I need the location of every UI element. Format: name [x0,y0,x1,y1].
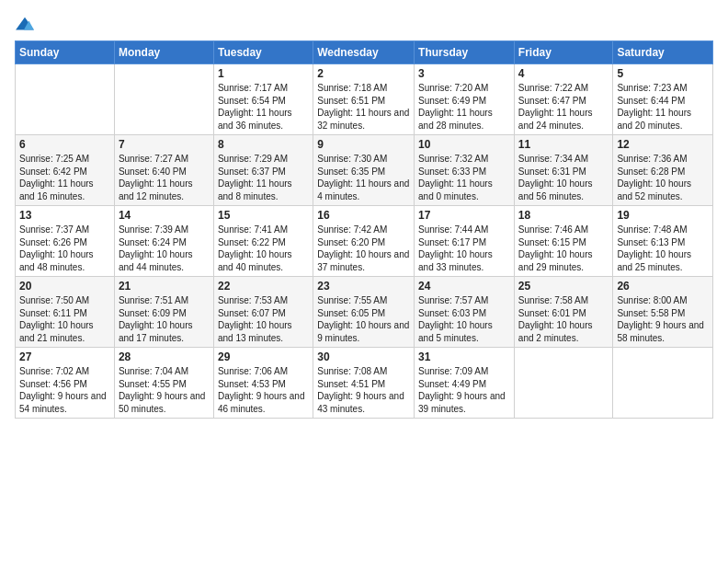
weekday-friday: Friday [514,41,613,64]
calendar-cell [514,348,613,419]
calendar-cell: 26Sunrise: 8:00 AM Sunset: 5:58 PM Dayli… [613,277,713,348]
calendar-cell: 19Sunrise: 7:48 AM Sunset: 6:13 PM Dayli… [613,206,713,277]
logo-icon [15,15,35,35]
cell-text: Sunrise: 7:29 AM Sunset: 6:37 PM Dayligh… [218,153,309,202]
cell-text: Sunrise: 7:02 AM Sunset: 4:56 PM Dayligh… [19,365,110,415]
day-number: 15 [218,209,309,222]
cell-text: Sunrise: 7:20 AM Sunset: 6:49 PM Dayligh… [418,82,510,132]
calendar-cell: 13Sunrise: 7:37 AM Sunset: 6:26 PM Dayli… [16,206,115,277]
calendar-cell [613,348,713,419]
cell-text: Sunrise: 7:36 AM Sunset: 6:28 PM Dayligh… [617,153,709,202]
week-row-4: 27Sunrise: 7:02 AM Sunset: 4:56 PM Dayli… [16,348,713,419]
day-number: 5 [617,67,709,80]
week-row-1: 6Sunrise: 7:25 AM Sunset: 6:42 PM Daylig… [16,135,713,206]
weekday-wednesday: Wednesday [313,41,415,64]
calendar-cell: 20Sunrise: 7:50 AM Sunset: 6:11 PM Dayli… [16,277,115,348]
calendar-cell: 22Sunrise: 7:53 AM Sunset: 6:07 PM Dayli… [213,277,313,348]
calendar: SundayMondayTuesdayWednesdayThursdayFrid… [15,40,713,419]
cell-text: Sunrise: 7:30 AM Sunset: 6:35 PM Dayligh… [317,153,410,202]
day-number: 9 [317,138,410,151]
cell-text: Sunrise: 7:22 AM Sunset: 6:47 PM Dayligh… [518,82,609,132]
day-number: 2 [317,67,410,80]
cell-text: Sunrise: 7:41 AM Sunset: 6:22 PM Dayligh… [218,224,309,273]
day-number: 21 [119,280,210,293]
day-number: 24 [418,280,510,293]
day-number: 19 [617,209,709,222]
day-number: 11 [518,138,609,151]
cell-text: Sunrise: 7:48 AM Sunset: 6:13 PM Dayligh… [617,224,709,273]
week-row-2: 13Sunrise: 7:37 AM Sunset: 6:26 PM Dayli… [16,206,713,277]
day-number: 23 [317,280,410,293]
calendar-cell: 10Sunrise: 7:32 AM Sunset: 6:33 PM Dayli… [415,135,515,206]
header [15,9,713,35]
weekday-monday: Monday [114,41,213,64]
calendar-cell: 18Sunrise: 7:46 AM Sunset: 6:15 PM Dayli… [514,206,613,277]
day-number: 6 [19,138,110,151]
calendar-body: 1Sunrise: 7:17 AM Sunset: 6:54 PM Daylig… [16,64,713,419]
cell-text: Sunrise: 7:17 AM Sunset: 6:54 PM Dayligh… [218,82,309,132]
cell-text: Sunrise: 7:44 AM Sunset: 6:17 PM Dayligh… [418,224,510,273]
cell-text: Sunrise: 7:39 AM Sunset: 6:24 PM Dayligh… [119,224,210,273]
cell-text: Sunrise: 7:32 AM Sunset: 6:33 PM Dayligh… [418,153,510,202]
cell-text: Sunrise: 7:55 AM Sunset: 6:05 PM Dayligh… [317,294,410,344]
week-row-3: 20Sunrise: 7:50 AM Sunset: 6:11 PM Dayli… [16,277,713,348]
calendar-cell: 24Sunrise: 7:57 AM Sunset: 6:03 PM Dayli… [415,277,515,348]
calendar-cell: 16Sunrise: 7:42 AM Sunset: 6:20 PM Dayli… [313,206,415,277]
cell-text: Sunrise: 7:50 AM Sunset: 6:11 PM Dayligh… [19,294,110,344]
weekday-tuesday: Tuesday [213,41,313,64]
calendar-cell: 7Sunrise: 7:27 AM Sunset: 6:40 PM Daylig… [114,135,213,206]
calendar-cell: 29Sunrise: 7:06 AM Sunset: 4:53 PM Dayli… [213,348,313,419]
calendar-cell: 6Sunrise: 7:25 AM Sunset: 6:42 PM Daylig… [16,135,115,206]
day-number: 29 [218,350,309,363]
day-number: 30 [317,350,410,363]
cell-text: Sunrise: 7:37 AM Sunset: 6:26 PM Dayligh… [19,224,110,273]
calendar-cell: 30Sunrise: 7:08 AM Sunset: 4:51 PM Dayli… [313,348,415,419]
cell-text: Sunrise: 7:25 AM Sunset: 6:42 PM Dayligh… [19,153,110,202]
calendar-cell [114,64,213,135]
calendar-cell [16,64,115,135]
day-number: 20 [19,280,110,293]
calendar-cell: 28Sunrise: 7:04 AM Sunset: 4:55 PM Dayli… [114,348,213,419]
day-number: 4 [518,67,609,80]
calendar-cell: 23Sunrise: 7:55 AM Sunset: 6:05 PM Dayli… [313,277,415,348]
weekday-sunday: Sunday [16,41,115,64]
cell-text: Sunrise: 7:42 AM Sunset: 6:20 PM Dayligh… [317,224,410,273]
day-number: 16 [317,209,410,222]
calendar-cell: 15Sunrise: 7:41 AM Sunset: 6:22 PM Dayli… [213,206,313,277]
logo [15,15,39,35]
cell-text: Sunrise: 7:23 AM Sunset: 6:44 PM Dayligh… [617,82,709,132]
cell-text: Sunrise: 7:58 AM Sunset: 6:01 PM Dayligh… [518,294,609,344]
cell-text: Sunrise: 7:53 AM Sunset: 6:07 PM Dayligh… [218,294,309,344]
cell-text: Sunrise: 7:51 AM Sunset: 6:09 PM Dayligh… [119,294,210,344]
calendar-cell: 2Sunrise: 7:18 AM Sunset: 6:51 PM Daylig… [313,64,415,135]
calendar-cell: 5Sunrise: 7:23 AM Sunset: 6:44 PM Daylig… [613,64,713,135]
cell-text: Sunrise: 8:00 AM Sunset: 5:58 PM Dayligh… [617,294,709,344]
cell-text: Sunrise: 7:18 AM Sunset: 6:51 PM Dayligh… [317,82,410,132]
week-row-0: 1Sunrise: 7:17 AM Sunset: 6:54 PM Daylig… [16,64,713,135]
day-number: 13 [19,209,110,222]
calendar-cell: 12Sunrise: 7:36 AM Sunset: 6:28 PM Dayli… [613,135,713,206]
cell-text: Sunrise: 7:04 AM Sunset: 4:55 PM Dayligh… [119,365,210,415]
day-number: 10 [418,138,510,151]
day-number: 26 [617,280,709,293]
cell-text: Sunrise: 7:57 AM Sunset: 6:03 PM Dayligh… [418,294,510,344]
day-number: 12 [617,138,709,151]
calendar-cell: 1Sunrise: 7:17 AM Sunset: 6:54 PM Daylig… [213,64,313,135]
page: SundayMondayTuesdayWednesdayThursdayFrid… [0,0,728,563]
cell-text: Sunrise: 7:09 AM Sunset: 4:49 PM Dayligh… [418,365,510,415]
cell-text: Sunrise: 7:06 AM Sunset: 4:53 PM Dayligh… [218,365,309,415]
day-number: 31 [418,350,510,363]
cell-text: Sunrise: 7:08 AM Sunset: 4:51 PM Dayligh… [317,365,410,415]
calendar-cell: 11Sunrise: 7:34 AM Sunset: 6:31 PM Dayli… [514,135,613,206]
weekday-thursday: Thursday [415,41,515,64]
cell-text: Sunrise: 7:34 AM Sunset: 6:31 PM Dayligh… [518,153,609,202]
day-number: 7 [119,138,210,151]
calendar-cell: 4Sunrise: 7:22 AM Sunset: 6:47 PM Daylig… [514,64,613,135]
cell-text: Sunrise: 7:46 AM Sunset: 6:15 PM Dayligh… [518,224,609,273]
day-number: 28 [119,350,210,363]
cell-text: Sunrise: 7:27 AM Sunset: 6:40 PM Dayligh… [119,153,210,202]
calendar-cell: 3Sunrise: 7:20 AM Sunset: 6:49 PM Daylig… [415,64,515,135]
day-number: 3 [418,67,510,80]
calendar-cell: 21Sunrise: 7:51 AM Sunset: 6:09 PM Dayli… [114,277,213,348]
calendar-cell: 14Sunrise: 7:39 AM Sunset: 6:24 PM Dayli… [114,206,213,277]
